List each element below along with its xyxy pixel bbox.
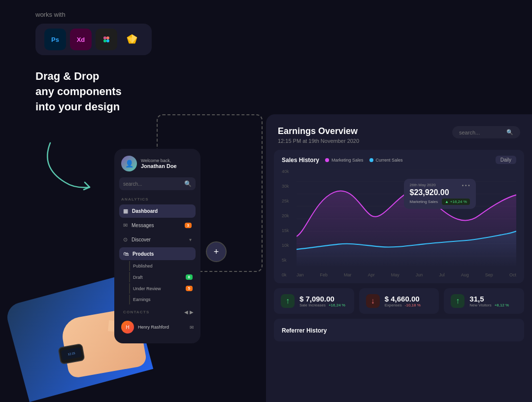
earnings-title: Earnings Overview [278,126,359,136]
sidebar-user: 👤 Welcome back, Jonathan Doe [119,156,196,171]
y-label-30: 30k [282,184,289,189]
sub-item-label-earnings: Earnings [133,297,193,302]
legend-dot-marketing [325,158,329,162]
stat-card-expenses: ↓ $ 4,660.00 Expenses -10,18 % [359,288,439,314]
x-label-jul: Jul [439,272,445,277]
analytics-section-label: ANALYTICS [119,197,196,201]
chart-header: Sales History Marketing Sales Current Sa… [282,156,516,164]
contact-message-icon[interactable]: ✉ [190,325,194,330]
sub-item-label-under-review: Under Review [133,286,183,291]
sidebar-item-label-discover: Discover [132,237,185,242]
works-with-label: works with [35,11,66,18]
stat-change-expenses: -10,18 % [405,303,421,307]
sidebar-search-input[interactable] [123,181,181,187]
contact-name-henry: Henry Rashford [138,325,169,330]
tooltip-change-badge: ▲ +16,24 % [442,199,470,205]
referrer-section: Referrer History [274,319,524,341]
stat-info-expenses: $ 4,660.00 Expenses -10,18 % [385,295,421,307]
tooltip-amount: $23,920.00 [410,188,470,197]
sidebar-item-label-messages: Messages [132,223,181,228]
tooltip-date: 26th May 2020 [410,183,436,187]
dashboard-header: Earnings Overview 12:15 PM at 19th Novem… [266,114,532,150]
figma-icon[interactable] [96,29,117,50]
welcome-text: Welcome back, [141,158,177,163]
sidebar-item-discover[interactable]: ⊙ Discover ▾ [119,233,196,246]
y-label-5: 5k [282,258,289,263]
avatar: 👤 [121,156,137,171]
dashboard-search-box[interactable]: 🔍 [452,126,520,138]
sidebar-item-messages[interactable]: ✉ Messages 3 [119,219,196,232]
sidebar-search-box[interactable]: 🔍 [119,177,196,190]
y-label-0: 0k [282,272,289,277]
x-label-jun: Jun [416,272,423,277]
photoshop-icon[interactable]: Ps [44,29,66,50]
stat-label-visitors: New Visitors [469,303,491,307]
contacts-section-label: CONTACTS [121,310,151,314]
legend-label-marketing: Marketing Sales [332,158,364,163]
svg-rect-1 [106,36,109,39]
stat-info-sale: $ 7,090.00 Sale Increases +16,24 % [299,295,345,307]
y-label-15: 15k [282,228,289,233]
messages-icon: ✉ [123,222,128,229]
add-button[interactable]: + [206,241,227,262]
chart-tooltip: 26th May 2020 • • • $23,920.00 Marketing… [404,179,476,209]
sub-item-under-review[interactable]: Under Review 5 [129,283,196,294]
y-label-10: 10k [282,243,289,248]
chart-title: Sales History [282,157,319,164]
x-label-feb: Feb [320,272,328,277]
user-info: Welcome back, Jonathan Doe [141,158,177,169]
earnings-overview-info: Earnings Overview 12:15 PM at 19th Novem… [278,126,359,144]
dashboard-panel: Earnings Overview 12:15 PM at 19th Novem… [266,114,532,402]
sub-item-draft[interactable]: Draft 8 [129,272,196,282]
contact-item-henry[interactable]: H Henry Rashford ✉ [119,318,196,336]
legend-current-sales: Current Sales [369,158,403,163]
search-icon: 🔍 [184,180,192,187]
products-sub-items: Published Draft 8 Under Review 5 Earning… [119,261,196,304]
messages-badge: 3 [185,223,192,228]
tool-icons-container: Ps Xd [35,24,152,55]
adobexd-icon[interactable]: Xd [70,29,92,50]
sidebar-item-label-dashboard: Dashboard [132,208,192,214]
stat-icon-up-green2: ↑ [451,294,465,308]
dashboard-search-icon: 🔍 [506,129,513,135]
earnings-date: 12:15 PM at 19th November 2020 [278,138,359,144]
stat-label-expenses: Expenses [385,303,402,307]
x-label-sep: Sep [485,272,493,277]
tooltip-type: Marketing Sales [410,200,438,204]
stat-change-visitors: +8,12 % [495,303,509,307]
stat-card-sale-increases: ↑ $ 7,090.00 Sale Increases +16,24 % [274,288,354,314]
sub-item-published[interactable]: Published [129,261,196,271]
sketch-icon[interactable] [121,29,143,50]
dashboard-search-input[interactable] [459,130,503,135]
sidebar-panel: 👤 Welcome back, Jonathan Doe 🔍 ANALYTICS… [114,149,200,343]
stat-label-sale: Sale Increases [299,303,326,307]
svg-rect-2 [103,39,106,42]
x-axis-labels: Jan Feb Mar Apr May Jun Jul Aug Sep Oct [297,272,516,277]
sub-item-label-published: Published [133,264,193,268]
contacts-nav-icons[interactable]: ◀ ▶ [184,309,194,315]
discover-icon: ⊙ [123,236,128,243]
stat-icon-down-red: ↓ [366,294,380,308]
referrer-title: Referrer History [282,327,327,334]
stat-value-visitors: 31,5 [469,295,509,303]
chart-filter-button[interactable]: Daily [496,156,516,164]
x-label-mar: Mar [344,272,352,277]
under-review-badge: 5 [186,286,193,291]
sub-item-label-draft: Draft [133,275,183,280]
y-label-20: 20k [282,213,289,218]
x-label-aug: Aug [461,272,469,277]
y-label-25: 25k [282,199,289,203]
sidebar-item-products[interactable]: 🛍 Products [119,247,196,260]
x-label-apr: Apr [368,272,375,277]
dashboard-icon: ▦ [123,208,128,214]
sidebar-item-label-products: Products [133,251,192,257]
legend-marketing-sales: Marketing Sales [325,158,364,163]
contact-avatar-henry: H [121,321,134,334]
stat-icon-up-green: ↑ [281,294,295,308]
sub-item-earnings[interactable]: Earnings [129,295,196,304]
stat-card-new-visitors: ↑ 31,5 New Visitors +8,12 % [444,288,524,314]
chevron-down-icon: ▾ [189,237,192,242]
sidebar-item-dashboard[interactable]: ▦ Dashboard [119,204,196,218]
x-label-may: May [391,272,399,277]
user-name: Jonathan Doe [141,163,177,169]
